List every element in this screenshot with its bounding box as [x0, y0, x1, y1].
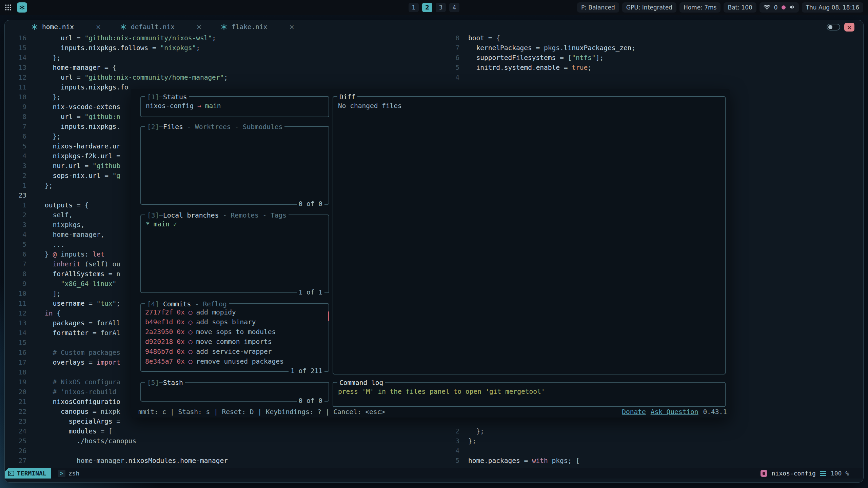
lazygit-diff-panel[interactable]: Diff No changed files [333, 96, 726, 374]
lazygit-command-log-panel[interactable]: Command log press 'M' in the files panel… [333, 382, 726, 407]
tab-flake.nix[interactable]: flake.nix× [221, 23, 295, 31]
code-line: 13 home-manager = { [5, 63, 228, 73]
clock: Thu Aug 08, 18:16 [802, 2, 863, 13]
lazygit-keybar: mmit: c | Stash: s | Reset: D | Keybindi… [138, 407, 727, 417]
tab-home.nix[interactable]: home.nix× [31, 23, 101, 31]
tab-close-icon[interactable]: × [196, 23, 202, 30]
commit-row[interactable]: 9486b7d0x○add service-wrapper [145, 347, 324, 357]
code-text: # Custom packages [26, 348, 120, 358]
panel-subtitle: - Worktrees - Submodules [183, 123, 283, 131]
code-text: }; [459, 426, 484, 436]
commit-push-status: 0x [177, 337, 184, 347]
commit-row[interactable]: 8e345a70x○remove unused packages [145, 357, 324, 366]
system-tray[interactable]: 0 [760, 2, 799, 13]
keybindings-hint: mmit: c | Stash: s | Reset: D | Keybindi… [138, 407, 385, 417]
code-line: 24 modules = [ [5, 426, 228, 436]
tab-list: home.nix×default.nix×flake.nix× [31, 23, 314, 31]
prompt-icon: > [58, 470, 65, 477]
window-close-button[interactable]: × [844, 23, 854, 32]
code-text: inputs.nixpkgs. [26, 122, 120, 131]
shell-tab[interactable]: > zsh [58, 470, 80, 477]
desktop: 1234 P: BalancedGPU: IntegratedHome: 7ms… [0, 0, 868, 488]
line-number: 21 [5, 397, 26, 407]
percent-indicator: 100 % [831, 470, 849, 477]
code-line: 6 supportedFilesystems = ["ntfs"]; [438, 53, 635, 63]
panel-title-text: Stash [163, 379, 183, 387]
line-number: 13 [5, 63, 26, 73]
window-toggle[interactable] [827, 24, 840, 30]
current-branch-marker: * [146, 219, 150, 229]
code-text [26, 367, 45, 377]
code-text: }; [26, 53, 61, 63]
code-text: nix-vscode-extens [26, 102, 120, 112]
line-number: 7 [5, 259, 26, 269]
lazygit-commits-panel[interactable]: [4]─Commits - Reflog 2717f2f0x○add mopid… [140, 303, 329, 372]
line-number: 15 [5, 43, 26, 53]
right-pane-bottom: 2 };3};45home.packages = with pkgs; [ [438, 426, 580, 466]
lazygit-stash-panel[interactable]: [5]─Stash 0 of 0 [140, 382, 329, 402]
list-icon [820, 471, 826, 476]
tab-label: default.nix [131, 23, 175, 31]
line-number: 10 [5, 289, 26, 299]
line-number: 26 [5, 446, 26, 456]
line-number: 8 [5, 269, 26, 279]
lazygit-branches-panel[interactable]: [3]─Local branches - Remotes - Tags * ma… [140, 215, 329, 293]
nix-logo-badge[interactable] [17, 2, 27, 13]
code-line: 8boot = { [438, 33, 635, 43]
code-text: }; [26, 131, 61, 141]
commit-row[interactable]: 2a239500x○move sops to modules [145, 327, 324, 337]
code-text: formatter = forAl [26, 328, 120, 338]
line-number: 23 [5, 416, 26, 426]
lazygit-footer-links: Donate Ask Question 0.43.1 [622, 407, 727, 417]
ask-question-link[interactable]: Ask Question [651, 407, 698, 417]
commits-scrollbar[interactable] [328, 311, 329, 321]
workspace-button-2[interactable]: 2 [422, 3, 432, 12]
workspace-button-3[interactable]: 3 [436, 3, 446, 12]
code-text: "x86_64-linux" [26, 279, 116, 289]
commit-hash: b49ef1d [145, 317, 173, 327]
app-grid-icon[interactable] [5, 4, 12, 11]
tab-close-icon[interactable]: × [289, 23, 295, 30]
line-number: 5 [438, 456, 459, 466]
commit-row[interactable]: b49ef1d0x○add sops binary [145, 317, 324, 327]
code-text: url = "github:nix-community/home-manager… [26, 73, 228, 82]
code-text: kernelPackages = pkgs.linuxPackages_zen; [459, 43, 635, 53]
line-number: 4 [438, 73, 459, 82]
right-pane-top: 8boot = {7 kernelPackages = pkgs.linuxPa… [438, 33, 635, 82]
code-text: home.packages = with pkgs; [ [459, 456, 580, 466]
terminal-icon [8, 471, 14, 476]
line-number: 6 [5, 249, 26, 259]
tab-default.nix[interactable]: default.nix× [120, 23, 202, 31]
branch-name: main [154, 219, 170, 229]
code-line: 15 inputs.nixpkgs.follows = "nixpkgs"; [5, 43, 228, 53]
line-number: 9 [5, 279, 26, 289]
branches-count: 1 of 1 [297, 287, 324, 297]
commit-push-status: 0x [177, 327, 184, 337]
window-controls: × [827, 23, 854, 32]
code-line: 5 initrd.systemd.enable = true; [438, 63, 635, 73]
code-line: 23 specialArgs = [5, 416, 228, 426]
tab-close-icon[interactable]: × [96, 23, 101, 30]
commit-row[interactable]: d9202180x○move common imports [145, 337, 324, 347]
lazygit-files-panel[interactable]: [2]─Files - Worktrees - Submodules 0 of … [140, 126, 329, 205]
workspace-button-1[interactable]: 1 [409, 3, 419, 12]
line-number: 12 [5, 308, 26, 318]
mode-label: TERMINAL [17, 470, 46, 477]
panel-title: [3]─Local branches - Remotes - Tags [145, 210, 289, 220]
panel-title: Command log [337, 378, 385, 388]
check-icon: ✓ [173, 219, 177, 229]
line-number: 5 [438, 63, 459, 73]
line-number: 2 [5, 171, 26, 181]
line-number: 1 [5, 200, 26, 210]
line-number: 25 [5, 436, 26, 446]
workspace-button-4[interactable]: 4 [449, 3, 459, 12]
code-text: outputs = { [26, 200, 88, 210]
commit-graph-dot: ○ [189, 347, 193, 357]
donate-link[interactable]: Donate [622, 407, 646, 417]
code-text: nixpkgs, [26, 220, 84, 230]
workspaces: 1234 [409, 3, 459, 12]
code-text: home-manager.nixosModules.home-manager [26, 456, 228, 466]
code-text: initrd.systemd.enable = true; [459, 63, 592, 73]
code-text: overlays = import [26, 358, 120, 367]
lazygit-status-panel[interactable]: [1]─Status nixos-config → main [140, 96, 329, 117]
